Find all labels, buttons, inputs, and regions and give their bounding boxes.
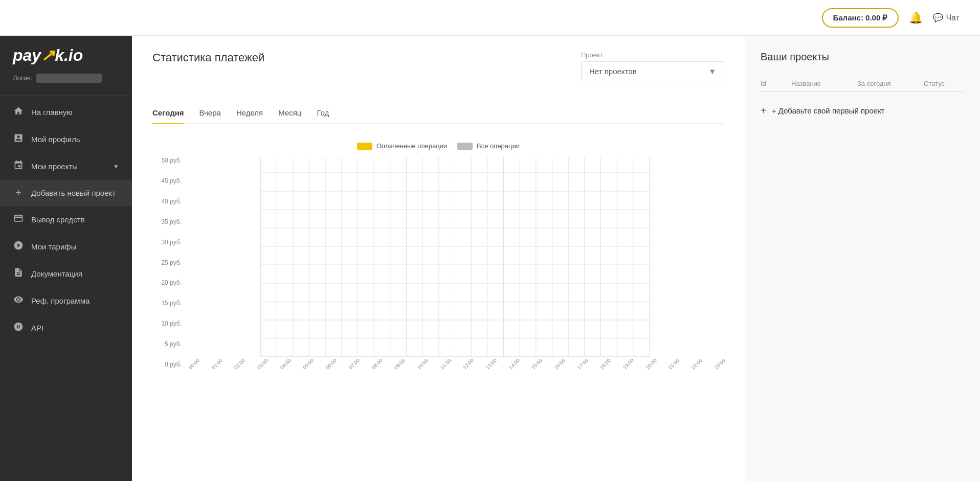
chart-header: Статистика платежей Проект Нет проектов … bbox=[152, 51, 724, 94]
top-bar: Баланс: 0.00 ₽ 🔔 💬 Чат bbox=[0, 0, 980, 36]
legend-all-label: Все операции bbox=[477, 142, 520, 150]
right-panel-title: Ваши проекты bbox=[761, 51, 965, 63]
chart-inner: 00:00 01:00 02:00 03:00 04:00 05:00 06:0… bbox=[186, 157, 724, 368]
sidebar-item-add-project-label: Добавить новый проект bbox=[31, 189, 116, 197]
balance-label: Баланс: bbox=[833, 13, 863, 22]
x-label-20: 20:00 bbox=[644, 357, 657, 370]
col-id: Id bbox=[761, 80, 786, 87]
sidebar-item-home-label: На главную bbox=[31, 108, 73, 117]
x-label-1: 01:00 bbox=[210, 357, 223, 370]
dropdown-arrow-icon: ▼ bbox=[708, 67, 716, 76]
chat-bubble-icon: 💬 bbox=[933, 13, 943, 22]
tab-month[interactable]: Месяц bbox=[278, 104, 301, 124]
page-title: Статистика платежей bbox=[152, 51, 264, 64]
login-value: ████████ bbox=[36, 74, 102, 83]
x-label-13: 13:00 bbox=[485, 357, 498, 370]
x-label-10: 10:00 bbox=[416, 357, 429, 370]
sidebar-item-referral-label: Реф. программа bbox=[31, 296, 90, 305]
chart-y-axis: 0 руб. 5 руб. 10 руб. 15 руб. 20 руб. 25… bbox=[152, 157, 186, 368]
col-status: Статус bbox=[924, 80, 965, 87]
y-label-15: 15 руб. bbox=[152, 300, 182, 306]
notification-bell-icon[interactable]: 🔔 bbox=[909, 11, 923, 25]
chart-svg bbox=[186, 157, 724, 357]
content-area: Статистика платежей Проект Нет проектов … bbox=[132, 36, 980, 481]
x-label-21: 21:00 bbox=[667, 357, 680, 370]
login-label: Логин: bbox=[13, 74, 33, 82]
sidebar-item-tariffs[interactable]: Мои тарифы bbox=[0, 233, 132, 260]
tab-today[interactable]: Сегодня bbox=[152, 104, 184, 124]
sidebar-item-api[interactable]: API bbox=[0, 314, 132, 341]
legend-paid-color bbox=[357, 143, 372, 150]
tab-yesterday[interactable]: Вчера bbox=[199, 104, 221, 124]
x-label-17: 17:00 bbox=[576, 357, 589, 370]
profile-icon bbox=[13, 133, 24, 146]
tab-year[interactable]: Год bbox=[317, 104, 329, 124]
x-label-8: 08:00 bbox=[370, 357, 383, 370]
tariffs-icon bbox=[13, 240, 24, 253]
x-label-2: 02:00 bbox=[233, 357, 246, 370]
sidebar-item-projects-label: Мои проекты bbox=[31, 162, 78, 171]
withdraw-icon bbox=[13, 213, 24, 226]
project-selector: Проект Нет проектов ▼ bbox=[581, 51, 724, 81]
chat-label-text: Чат bbox=[946, 13, 960, 22]
sidebar-divider bbox=[0, 96, 132, 96]
tabs-container: Сегодня Вчера Неделя Месяц Год bbox=[152, 104, 724, 124]
sidebar-item-profile-label: Мой профиль bbox=[31, 135, 80, 144]
chart-x-axis: 00:00 01:00 02:00 03:00 04:00 05:00 06:0… bbox=[186, 362, 724, 368]
main-content: Статистика платежей Проект Нет проектов … bbox=[132, 36, 745, 481]
x-label-22: 22:00 bbox=[691, 357, 703, 370]
y-label-45: 45 руб. bbox=[152, 178, 182, 184]
projects-expand-arrow-icon: ▼ bbox=[113, 163, 119, 170]
project-label: Проект bbox=[581, 51, 724, 59]
legend-all-color bbox=[457, 143, 473, 150]
chat-button[interactable]: 💬 Чат bbox=[933, 13, 960, 22]
tab-week[interactable]: Неделя bbox=[236, 104, 263, 124]
add-first-project-button[interactable]: + + Добавьте свой первый проект bbox=[761, 100, 965, 122]
sidebar-item-profile[interactable]: Мой профиль bbox=[0, 126, 132, 153]
y-label-20: 20 руб. bbox=[152, 280, 182, 286]
sidebar-item-tariffs-label: Мои тарифы bbox=[31, 242, 76, 251]
project-dropdown-value: Нет проектов bbox=[589, 67, 637, 76]
sidebar-item-withdraw-label: Вывод средств bbox=[31, 215, 84, 224]
referral-icon bbox=[13, 294, 24, 307]
y-label-50: 50 руб. bbox=[152, 157, 182, 164]
balance-button[interactable]: Баланс: 0.00 ₽ bbox=[822, 8, 899, 28]
y-label-40: 40 руб. bbox=[152, 198, 182, 204]
sidebar-item-docs-label: Документация bbox=[31, 269, 82, 278]
sidebar-item-add-project[interactable]: + Добавить новый проект bbox=[0, 180, 132, 206]
y-label-0: 0 руб. bbox=[152, 361, 182, 368]
sidebar: pay↗k.io Логин: ████████ На главную Мой … bbox=[0, 36, 132, 481]
x-label-16: 16:00 bbox=[553, 357, 566, 370]
chart-container: Оплаченные операции Все операции 0 руб. … bbox=[152, 134, 724, 375]
add-project-plus-icon: + bbox=[761, 105, 767, 117]
sidebar-item-withdraw[interactable]: Вывод средств bbox=[0, 206, 132, 233]
sidebar-item-api-label: API bbox=[31, 324, 43, 332]
sidebar-login: Логин: ████████ bbox=[0, 71, 132, 93]
sidebar-item-docs[interactable]: Документация bbox=[0, 260, 132, 287]
x-label-5: 05:00 bbox=[302, 357, 315, 370]
x-label-18: 18:00 bbox=[599, 357, 612, 370]
col-name: Название bbox=[791, 80, 852, 87]
sidebar-item-projects[interactable]: Мои проекты ▼ bbox=[0, 153, 132, 180]
x-label-7: 07:00 bbox=[347, 357, 360, 370]
legend-paid-label: Оплаченные операции bbox=[376, 142, 447, 150]
x-label-3: 03:00 bbox=[256, 357, 269, 370]
x-label-15: 15:00 bbox=[530, 357, 543, 370]
legend-paid: Оплаченные операции bbox=[357, 142, 447, 150]
logo: pay↗k.io bbox=[13, 47, 119, 63]
add-project-plus-icon: + bbox=[13, 187, 24, 199]
legend-all: Все операции bbox=[457, 142, 520, 150]
y-label-5: 5 руб. bbox=[152, 341, 182, 347]
docs-icon bbox=[13, 267, 24, 280]
sidebar-nav: На главную Мой профиль Мои проекты ▼ + bbox=[0, 99, 132, 481]
sidebar-item-referral[interactable]: Реф. программа bbox=[0, 287, 132, 314]
x-label-4: 04:00 bbox=[279, 357, 292, 370]
x-label-12: 12:00 bbox=[462, 357, 475, 370]
x-label-11: 11:00 bbox=[439, 357, 452, 370]
sidebar-item-home[interactable]: На главную bbox=[0, 99, 132, 126]
home-icon bbox=[13, 106, 24, 119]
project-dropdown[interactable]: Нет проектов ▼ bbox=[581, 61, 724, 81]
sidebar-logo: pay↗k.io bbox=[0, 36, 132, 71]
balance-value: 0.00 ₽ bbox=[865, 13, 887, 22]
y-label-25: 25 руб. bbox=[152, 260, 182, 266]
